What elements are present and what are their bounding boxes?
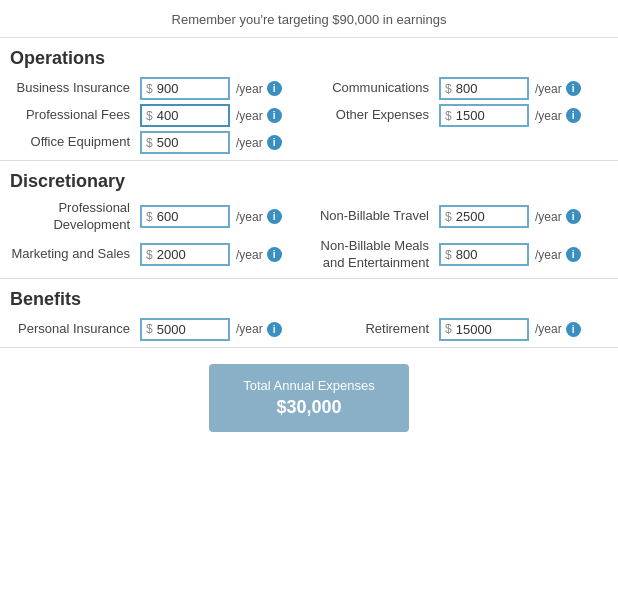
section-benefits: BenefitsPersonal Insurance$/year iRetire…: [0, 279, 618, 348]
expense-row: Business Insurance$/year iCommunications…: [10, 77, 608, 100]
input-wrapper: $: [439, 104, 529, 127]
dollar-sign: $: [146, 109, 153, 123]
input-wrapper: $: [439, 243, 529, 266]
dollar-sign: $: [445, 109, 452, 123]
info-icon[interactable]: i: [267, 247, 282, 262]
expense-label: Personal Insurance: [10, 321, 140, 338]
right-col: Non-Billable Meals and Entertainment$/ye…: [309, 238, 608, 272]
right-col: Retirement$/year i: [309, 318, 608, 341]
expense-input[interactable]: [157, 81, 212, 96]
left-col: Professional Development$/year i: [10, 200, 309, 234]
dollar-sign: $: [445, 82, 452, 96]
total-value: $30,000: [219, 397, 399, 418]
info-icon[interactable]: i: [566, 81, 581, 96]
info-icon[interactable]: i: [566, 108, 581, 123]
info-icon[interactable]: i: [566, 247, 581, 262]
expense-row: Office Equipment$/year i: [10, 131, 608, 154]
section-discretionary: DiscretionaryProfessional Development$/y…: [0, 161, 618, 279]
input-wrapper: $: [140, 205, 230, 228]
input-wrapper: $: [140, 77, 230, 100]
expense-input[interactable]: [456, 81, 511, 96]
expense-input[interactable]: [157, 247, 212, 262]
dollar-sign: $: [445, 248, 452, 262]
right-col: Communications$/year i: [309, 77, 608, 100]
info-icon[interactable]: i: [566, 209, 581, 224]
input-wrapper: $: [439, 77, 529, 100]
input-wrapper: $: [140, 243, 230, 266]
top-banner: Remember you're targeting $90,000 in ear…: [0, 0, 618, 38]
expense-input[interactable]: [456, 247, 511, 262]
expense-label: Other Expenses: [309, 107, 439, 124]
dollar-sign: $: [146, 248, 153, 262]
expense-label: Marketing and Sales: [10, 246, 140, 263]
expense-label: Non-Billable Meals and Entertainment: [309, 238, 439, 272]
expense-row: Marketing and Sales$/year iNon-Billable …: [10, 238, 608, 272]
info-icon[interactable]: i: [267, 322, 282, 337]
info-icon[interactable]: i: [267, 135, 282, 150]
info-icon[interactable]: i: [267, 108, 282, 123]
year-label: /year i: [236, 81, 282, 96]
expense-label: Office Equipment: [10, 134, 140, 151]
year-label: /year i: [236, 247, 282, 262]
input-wrapper: $: [140, 104, 230, 127]
right-col: Non-Billable Travel$/year i: [309, 205, 608, 228]
year-label: /year i: [535, 322, 581, 337]
expense-input[interactable]: [157, 209, 212, 224]
input-wrapper: $: [140, 131, 230, 154]
banner-text: Remember you're targeting $90,000 in ear…: [172, 12, 447, 27]
expense-row: Professional Development$/year iNon-Bill…: [10, 200, 608, 234]
dollar-sign: $: [146, 322, 153, 336]
left-col: Professional Fees$/year i: [10, 104, 309, 127]
info-icon[interactable]: i: [566, 322, 581, 337]
discretionary-title: Discretionary: [10, 171, 608, 192]
year-label: /year i: [535, 81, 581, 96]
expense-input[interactable]: [456, 209, 511, 224]
right-col: Other Expenses$/year i: [309, 104, 608, 127]
expense-row: Personal Insurance$/year iRetirement$/ye…: [10, 318, 608, 341]
left-col: Personal Insurance$/year i: [10, 318, 309, 341]
left-col: Marketing and Sales$/year i: [10, 243, 309, 266]
year-label: /year i: [535, 209, 581, 224]
year-label: /year i: [236, 135, 282, 150]
left-col: Office Equipment$/year i: [10, 131, 309, 154]
total-label: Total Annual Expenses: [219, 378, 399, 393]
expense-input[interactable]: [157, 135, 212, 150]
expense-input[interactable]: [157, 322, 212, 337]
expense-label: Business Insurance: [10, 80, 140, 97]
expense-label: Non-Billable Travel: [309, 208, 439, 225]
expense-label: Retirement: [309, 321, 439, 338]
benefits-title: Benefits: [10, 289, 608, 310]
info-icon[interactable]: i: [267, 81, 282, 96]
expense-label: Professional Development: [10, 200, 140, 234]
operations-title: Operations: [10, 48, 608, 69]
dollar-sign: $: [445, 210, 452, 224]
expense-row: Professional Fees$/year iOther Expenses$…: [10, 104, 608, 127]
info-icon[interactable]: i: [267, 209, 282, 224]
dollar-sign: $: [445, 322, 452, 336]
year-label: /year i: [535, 108, 581, 123]
section-operations: OperationsBusiness Insurance$/year iComm…: [0, 38, 618, 161]
year-label: /year i: [236, 322, 282, 337]
dollar-sign: $: [146, 210, 153, 224]
year-label: /year i: [236, 209, 282, 224]
expense-label: Communications: [309, 80, 439, 97]
expense-input[interactable]: [456, 108, 511, 123]
total-box: Total Annual Expenses $30,000: [209, 364, 409, 432]
year-label: /year i: [236, 108, 282, 123]
input-wrapper: $: [140, 318, 230, 341]
dollar-sign: $: [146, 136, 153, 150]
expense-label: Professional Fees: [10, 107, 140, 124]
dollar-sign: $: [146, 82, 153, 96]
expense-input[interactable]: [456, 322, 511, 337]
input-wrapper: $: [439, 205, 529, 228]
input-wrapper: $: [439, 318, 529, 341]
left-col: Business Insurance$/year i: [10, 77, 309, 100]
expense-input[interactable]: [157, 108, 212, 123]
year-label: /year i: [535, 247, 581, 262]
